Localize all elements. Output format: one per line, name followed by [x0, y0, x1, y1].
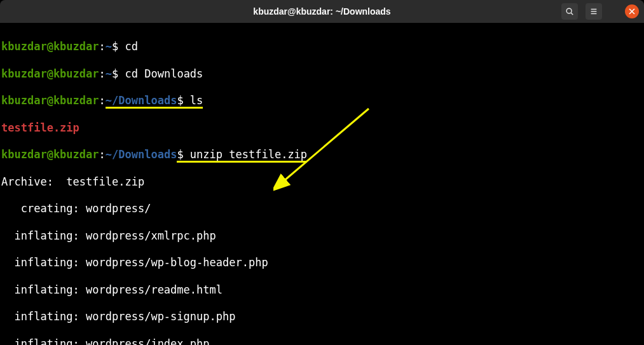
svg-line-1: [571, 13, 573, 15]
prompt-dollar: $: [177, 148, 189, 163]
hamburger-icon: [589, 7, 598, 16]
output-line: creating: wordpress/: [1, 202, 643, 215]
output-line: inflating: wordpress/wp-signup.php: [1, 310, 643, 323]
terminal-line: kbuzdar@kbuzdar:~/Downloads$ ls: [1, 94, 643, 107]
command-text: cd Downloads: [125, 67, 203, 80]
prompt-user: kbuzdar@kbuzdar: [1, 94, 99, 107]
close-button[interactable]: [625, 4, 639, 18]
command-text: ls: [190, 94, 203, 109]
output-line: inflating: wordpress/readme.html: [1, 283, 643, 297]
terminal-line: testfile.zip: [1, 121, 643, 135]
terminal-line: kbuzdar@kbuzdar:~$ cd Downloads: [1, 67, 643, 81]
prompt-user: kbuzdar@kbuzdar: [1, 67, 99, 80]
prompt-dollar: $: [177, 94, 189, 109]
window-title: kbuzdar@kbuzdar: ~/Downloads: [253, 6, 390, 17]
prompt-user: kbuzdar@kbuzdar: [1, 148, 99, 161]
svg-line-10: [283, 109, 369, 182]
command-text: unzip testfile.zip: [190, 148, 307, 163]
close-icon: [629, 8, 635, 15]
output-line: inflating: wordpress/xmlrpc.php: [1, 229, 643, 243]
prompt-path: ~: [106, 40, 112, 53]
search-icon: [565, 7, 574, 16]
prompt-colon: :: [99, 67, 106, 80]
output-line: Archive: testfile.zip: [1, 175, 643, 189]
ls-output-file: testfile.zip: [1, 121, 79, 134]
search-button[interactable]: [561, 3, 578, 20]
prompt-colon: :: [99, 94, 106, 107]
svg-point-0: [566, 8, 572, 13]
terminal-line: kbuzdar@kbuzdar:~$ cd: [1, 40, 643, 53]
menu-button[interactable]: [586, 3, 602, 20]
prompt-colon: :: [99, 40, 106, 53]
prompt-user: kbuzdar@kbuzdar: [1, 40, 99, 53]
command-text: cd: [125, 40, 138, 53]
prompt-path: ~/Downloads: [106, 94, 177, 109]
titlebar: kbuzdar@kbuzdar: ~/Downloads: [0, 0, 644, 23]
prompt-path: ~: [106, 67, 112, 80]
terminal-body[interactable]: kbuzdar@kbuzdar:~$ cd kbuzdar@kbuzdar:~$…: [0, 23, 644, 345]
titlebar-controls: [561, 3, 639, 20]
prompt-dollar: $: [112, 40, 125, 53]
output-line: inflating: wordpress/wp-blog-header.php: [1, 256, 643, 269]
prompt-path: ~/Downloads: [106, 148, 177, 161]
output-line: inflating: wordpress/index.php: [1, 337, 643, 345]
prompt-dollar: $: [112, 67, 125, 80]
terminal-line: kbuzdar@kbuzdar:~/Downloads$ unzip testf…: [1, 148, 643, 161]
prompt-colon: :: [99, 148, 106, 161]
